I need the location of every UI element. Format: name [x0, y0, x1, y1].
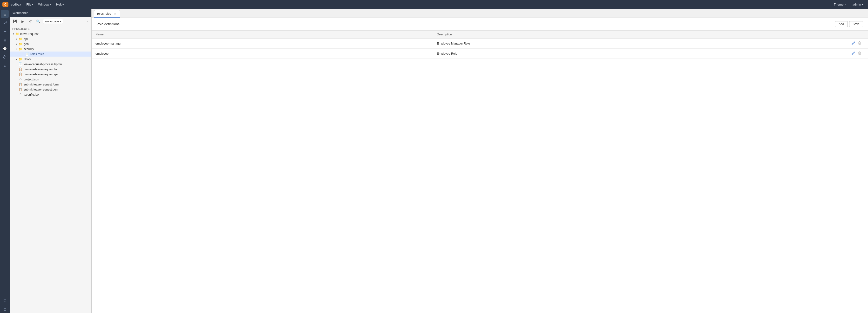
tree-item-name: project.json [24, 78, 91, 81]
workspace-selector[interactable]: workspace ▾ [43, 19, 63, 24]
role-table: Name Description employee-manager Employ… [92, 31, 868, 59]
tree-item-name: tasks [24, 58, 91, 61]
projects-section-header[interactable]: ▾ PROJECTS [10, 26, 91, 31]
toolbar-search-button[interactable]: 🔍 [35, 19, 41, 24]
tree-item-security[interactable]: ▾ 📁 security [10, 46, 91, 51]
tree-item-roles-roles[interactable]: 📄 roles.roles [10, 51, 91, 57]
tree-item-gen-2[interactable]: 📋 submit-leave-request.gen [10, 87, 91, 92]
sidebar-history-icon[interactable]: ⏱ [1, 54, 9, 61]
tree-item-bpmn[interactable]: 📄 leave-request-process.bpmn [10, 62, 91, 67]
menu-window[interactable]: Window ▾ [36, 2, 53, 7]
theme-button[interactable]: Theme ▾ [831, 2, 848, 7]
tree-item-form-2[interactable]: 📋 submit-leave-request.form [10, 82, 91, 87]
tree-item-tasks[interactable]: ▸ 📁 tasks [10, 57, 91, 62]
role-description-cell: Employee Manager Role [433, 38, 847, 49]
app-logo: C [2, 2, 8, 7]
tabs-bar: roles.roles ✕ [92, 9, 868, 18]
gen-file-icon: 📋 [18, 72, 23, 76]
edit-row-button[interactable] [851, 41, 856, 46]
file-panel-header: Workbench ⋯ [10, 9, 91, 17]
tree-item-name: leave-request [20, 32, 91, 36]
delete-row-button[interactable] [858, 41, 862, 46]
content-area: Role definitions: Add Save Name Descript… [92, 18, 868, 313]
sidebar-layers-icon[interactable]: ⊞ [1, 10, 9, 18]
tree-item-name: submit-leave-request.form [24, 83, 91, 86]
toolbar-refresh-button[interactable]: ↺ [27, 19, 34, 24]
tree-item-name: process-leave-request.gen [24, 73, 91, 76]
main-body: ⊞ ⎇ ✦ ⊛ 💬 ⏱ » 🛡 ⊙ Workbench ⋯ 💾 ▶ ↺ 🔍 wo… [0, 9, 868, 313]
projects-collapse-icon: ▾ [12, 28, 13, 30]
sidebar-database-icon[interactable]: ⊛ [1, 36, 9, 44]
folder-icon: 📁 [15, 32, 19, 36]
table-row: employee Employee Role [92, 49, 868, 59]
tree-item-project-json[interactable]: {} project.json [10, 77, 91, 82]
file-panel-title: Workbench [12, 11, 28, 15]
row-actions [851, 51, 864, 56]
col-name-header: Name [92, 31, 433, 38]
tree-item-tsconfig[interactable]: {} tsconfig.json [10, 92, 91, 97]
role-definitions-title: Role definitions: [96, 22, 121, 26]
file-panel: Workbench ⋯ 💾 ▶ ↺ 🔍 workspace ▾ ⋯ ▾ PROJ… [10, 9, 92, 313]
col-actions-header [847, 31, 868, 38]
role-definitions-header: Role definitions: Add Save [92, 18, 868, 31]
folder-icon: 📁 [18, 57, 23, 61]
sidebar-extensions-icon[interactable]: » [1, 62, 9, 70]
brand-name: codbex [11, 3, 21, 6]
admin-button[interactable]: admin ▾ [850, 2, 866, 7]
sidebar-monitor-icon[interactable]: ⊙ [1, 305, 9, 313]
json-file-icon-2: {} [18, 93, 23, 96]
tree-arrow-icon: ▸ [15, 43, 18, 45]
tree-item-name: gen [24, 42, 91, 46]
tab-label: roles.roles [97, 12, 111, 15]
tree-item-gen[interactable]: ▸ 📁 gen [10, 41, 91, 46]
tab-roles-roles[interactable]: roles.roles ✕ [94, 10, 120, 18]
right-menu-items: Theme ▾ admin ▾ [831, 2, 866, 7]
folder-icon: 📁 [18, 37, 23, 41]
delete-row-button[interactable] [858, 51, 862, 56]
menu-file[interactable]: File ▾ [24, 2, 35, 7]
sidebar-chat-icon[interactable]: 💬 [1, 45, 9, 53]
file-roles-icon: 📄 [25, 52, 29, 56]
tree-arrow-icon: ▸ [15, 58, 18, 61]
table-header-row: Name Description [92, 31, 868, 38]
role-header-buttons: Add Save [835, 21, 863, 27]
folder-icon: 📁 [18, 42, 23, 46]
toolbar-save-button[interactable]: 💾 [11, 19, 18, 24]
tree-item-leave-request[interactable]: ▾ 📁 leave-request [10, 31, 91, 36]
tree-item-form-1[interactable]: 📋 process-leave-request.form [10, 67, 91, 72]
form-file-icon-2: 📋 [18, 82, 23, 86]
sidebar-git-icon[interactable]: ⎇ [1, 19, 9, 27]
workspace-chevron-icon: ▾ [60, 20, 61, 23]
table-row: employee-manager Employee Manager Role [92, 38, 868, 49]
tab-close-button[interactable]: ✕ [113, 12, 117, 15]
bpmn-file-icon: 📄 [18, 62, 23, 66]
toolbar-run-button[interactable]: ▶ [19, 19, 26, 24]
tree-arrow-icon: ▸ [15, 38, 18, 40]
role-name-cell: employee [92, 49, 433, 59]
main-content: roles.roles ✕ Role definitions: Add Save… [92, 9, 868, 313]
tree-item-gen-1[interactable]: 📋 process-leave-request.gen [10, 72, 91, 77]
menu-bar: C codbex File ▾ Window ▾ Help ▾ Theme ▾ … [0, 0, 868, 9]
gen-file-icon-2: 📋 [18, 88, 23, 91]
role-name-cell: employee-manager [92, 38, 433, 49]
file-panel-toolbar: 💾 ▶ ↺ 🔍 workspace ▾ ⋯ [10, 17, 91, 26]
menu-help[interactable]: Help ▾ [54, 2, 66, 7]
sidebar-star-icon[interactable]: ✦ [1, 28, 9, 35]
tree-item-name: roles.roles [30, 53, 91, 56]
file-panel-more-button[interactable]: ⋯ [84, 10, 89, 15]
role-description-cell: Employee Role [433, 49, 847, 59]
folder-icon: 📁 [18, 47, 23, 51]
col-description-header: Description [433, 31, 847, 38]
tree-item-name: leave-request-process.bpmn [24, 63, 91, 66]
toolbar-more-button[interactable]: ⋯ [83, 19, 89, 24]
add-role-button[interactable]: Add [835, 21, 847, 27]
row-actions [851, 41, 864, 46]
tree-item-name: process-leave-request.form [24, 68, 91, 71]
tree-item-api[interactable]: ▸ 📁 api [10, 36, 91, 41]
sidebar-shield-icon[interactable]: 🛡 [1, 297, 9, 304]
icon-sidebar: ⊞ ⎇ ✦ ⊛ 💬 ⏱ » 🛡 ⊙ [0, 9, 10, 313]
tree-item-name: api [24, 37, 91, 41]
save-role-button[interactable]: Save [849, 21, 863, 27]
tree-arrow-icon: ▾ [15, 48, 18, 50]
edit-row-button[interactable] [851, 51, 856, 56]
